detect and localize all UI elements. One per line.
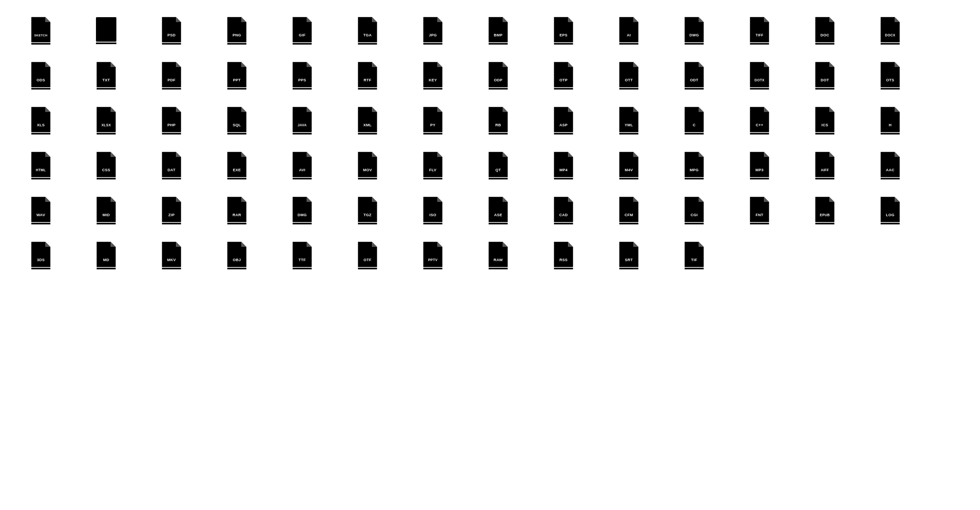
file-icon-png[interactable]: PNG <box>204 8 270 53</box>
file-icon-mid[interactable]: MID <box>74 188 139 233</box>
file-icon-rtf[interactable]: RTF <box>335 53 400 98</box>
file-icon-mov[interactable]: MOV <box>335 143 400 188</box>
svg-text:PPT: PPT <box>233 78 241 82</box>
file-icon-blank[interactable] <box>74 8 139 53</box>
svg-rect-230 <box>489 268 508 269</box>
file-icon-wav[interactable]: WAV <box>8 188 74 233</box>
file-icon-ttf[interactable]: TTF <box>270 233 335 278</box>
file-icon-iso[interactable]: ISO <box>400 188 466 233</box>
file-icon-mp4[interactable]: MP4 <box>531 143 596 188</box>
file-icon-eps[interactable]: EPS <box>531 8 596 53</box>
file-icon-odp[interactable]: ODP <box>466 53 531 98</box>
svg-text:DOT: DOT <box>821 78 829 82</box>
file-icon-gif[interactable]: GIF <box>270 8 335 53</box>
file-icon-ots[interactable]: OTS <box>858 53 923 98</box>
svg-text:TIFF: TIFF <box>756 33 764 37</box>
file-icon-cfm[interactable]: CFM <box>596 188 662 233</box>
svg-rect-44 <box>97 88 116 89</box>
file-icon-obj[interactable]: OBJ <box>204 233 270 278</box>
file-icon-key[interactable]: KEY <box>400 53 466 98</box>
file-icon-exe[interactable]: EXE <box>204 143 270 188</box>
svg-rect-23 <box>554 43 573 45</box>
file-icon-mkv[interactable]: MKV <box>139 233 204 278</box>
svg-text:PPS: PPS <box>298 78 306 82</box>
file-icon-sql[interactable]: SQL <box>204 98 270 143</box>
file-icon-epub[interactable]: EPUB <box>792 188 858 233</box>
file-icon-css[interactable]: CSS <box>74 143 139 188</box>
file-icon-pps[interactable]: PPS <box>270 53 335 98</box>
file-icon-tif[interactable]: TIF <box>662 233 727 278</box>
svg-rect-41 <box>31 88 51 89</box>
file-icon-psd[interactable]: PSD <box>139 8 204 53</box>
svg-text:EXE: EXE <box>233 168 241 172</box>
file-icon-otf[interactable]: OTF <box>335 233 400 278</box>
file-icon-h[interactable]: H <box>858 98 923 143</box>
file-icon-cad[interactable]: CAD <box>531 188 596 233</box>
svg-rect-125 <box>31 178 51 179</box>
file-icon-rar[interactable]: RAR <box>204 188 270 233</box>
file-icon-srt[interactable]: SRT <box>596 233 662 278</box>
file-icon-log[interactable]: LOG <box>858 188 923 233</box>
file-icon-ppt[interactable]: PPT <box>204 53 270 98</box>
file-icon-dat[interactable]: DAT <box>139 143 204 188</box>
file-icon-pdf[interactable]: PDF <box>139 53 204 98</box>
file-icon-php[interactable]: PHP <box>139 98 204 143</box>
svg-text:OTF: OTF <box>363 258 372 262</box>
file-icon-py[interactable]: PY <box>400 98 466 143</box>
file-icon-fnt[interactable]: FNT <box>727 188 792 233</box>
file-icon-flv[interactable]: FLV <box>400 143 466 188</box>
file-icon-docx[interactable]: DOCX <box>858 8 923 53</box>
file-icon-doc[interactable]: DOC <box>792 8 858 53</box>
file-icon-mpg[interactable]: MPG <box>662 143 727 188</box>
svg-text:3DS: 3DS <box>37 258 45 262</box>
file-icon-avi[interactable]: AVI <box>270 143 335 188</box>
svg-text:RSS: RSS <box>559 258 568 262</box>
file-icon-pptv[interactable]: PPTV <box>400 233 466 278</box>
file-icon-asp[interactable]: ASP <box>531 98 596 143</box>
file-icon-c[interactable]: C <box>662 98 727 143</box>
file-icon-dwg[interactable]: DWG <box>662 8 727 53</box>
svg-rect-137 <box>293 178 312 179</box>
file-icon-odt[interactable]: ODT <box>662 53 727 98</box>
file-icon-dmg[interactable]: DMG <box>270 188 335 233</box>
svg-rect-35 <box>815 43 835 45</box>
file-icon-yml[interactable]: YML <box>596 98 662 143</box>
file-icon-raw[interactable]: RAW <box>466 233 531 278</box>
file-icon-qt[interactable]: QT <box>466 143 531 188</box>
file-icon-txt[interactable]: TXT <box>74 53 139 98</box>
file-icon-ods[interactable]: ODS <box>8 53 74 98</box>
svg-text:FNT: FNT <box>756 213 764 217</box>
file-icon-otp[interactable]: OTP <box>531 53 596 98</box>
file-icon-tgz[interactable]: TGZ <box>335 188 400 233</box>
file-icon-xlsx[interactable]: XLSX <box>74 98 139 143</box>
file-icon-ics[interactable]: ICS <box>792 98 858 143</box>
file-icon-3ds[interactable]: 3DS <box>8 233 74 278</box>
svg-text:DAT: DAT <box>167 168 175 172</box>
file-icon-dot[interactable]: DOT <box>792 53 858 98</box>
file-icon-ott[interactable]: OTT <box>596 53 662 98</box>
file-icon-aiff[interactable]: AIFF <box>792 143 858 188</box>
file-icon-zip[interactable]: ZIP <box>139 188 204 233</box>
file-icon-m4v[interactable]: M4V <box>596 143 662 188</box>
svg-rect-236 <box>619 268 639 269</box>
file-icon-html[interactable]: HTML <box>8 143 74 188</box>
file-icon-c--[interactable]: C++ <box>727 98 792 143</box>
file-icon-bmp[interactable]: BMP <box>466 8 531 53</box>
file-icon-aac[interactable]: AAC <box>858 143 923 188</box>
file-icon-jpg[interactable]: JPG <box>400 8 466 53</box>
file-icon-sketch[interactable]: SKETCH <box>8 8 74 53</box>
file-icon-rss[interactable]: RSS <box>531 233 596 278</box>
file-icon-md[interactable]: MD <box>74 233 139 278</box>
file-icon-dotx[interactable]: DOTX <box>727 53 792 98</box>
file-icon-ase[interactable]: ASE <box>466 188 531 233</box>
file-icon-rb[interactable]: RB <box>466 98 531 143</box>
file-icon-xml[interactable]: XML <box>335 98 400 143</box>
file-icon-mp3[interactable]: MP3 <box>727 143 792 188</box>
file-icon-tiff[interactable]: TIFF <box>727 8 792 53</box>
file-icon-cgi[interactable]: CGI <box>662 188 727 233</box>
file-icon-tga[interactable]: TGA <box>335 8 400 53</box>
file-icon-java[interactable]: JAVA <box>270 98 335 143</box>
svg-text:PDF: PDF <box>167 78 176 82</box>
file-icon-ai[interactable]: AI <box>596 8 662 53</box>
file-icon-xls[interactable]: XLS <box>8 98 74 143</box>
